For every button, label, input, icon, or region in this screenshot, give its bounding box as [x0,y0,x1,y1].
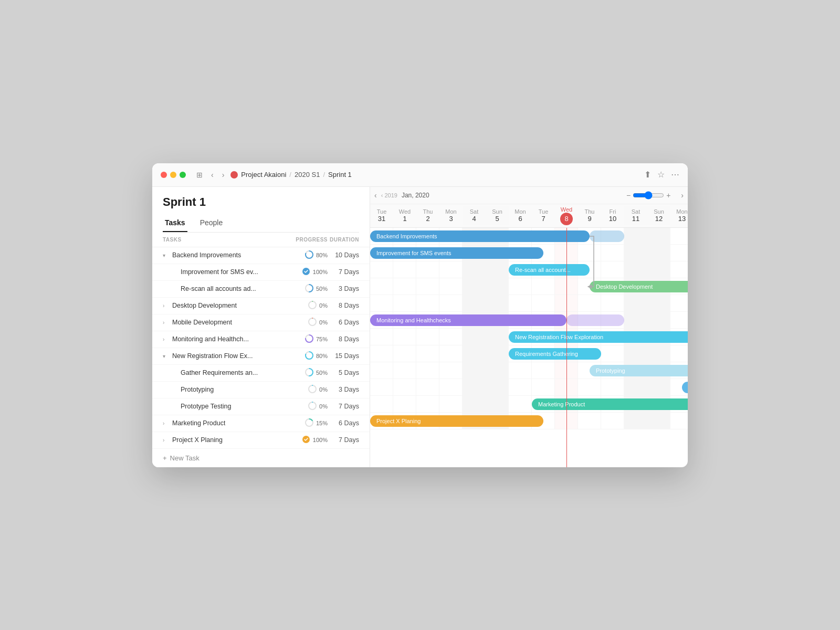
day-column: Tue31 [370,206,393,225]
titlebar: ⊞ ‹ › Project Akaioni / 2020 S1 / Sprint… [152,163,688,187]
progress-circle [305,284,313,294]
share-icon[interactable]: ⬆ [644,170,651,180]
gantt-cell [670,278,688,295]
gantt-cell [509,362,532,379]
zoom-slider[interactable] [633,191,664,200]
chevron-icon[interactable]: › [163,320,169,326]
gantt-grid-row [370,245,688,261]
task-row[interactable]: ›Mobile Development 0%6 Days [152,314,370,331]
progress-circle [305,250,313,260]
task-row[interactable]: Prototype Testing 0%7 Days [152,398,370,415]
forward-button[interactable]: › [220,170,227,180]
gantt-grid-row [370,396,688,413]
gantt-cell [370,245,393,261]
sprint-group[interactable]: 2020 S1 [295,171,320,178]
tab-tasks[interactable]: Tasks [163,214,187,232]
gantt-cell [624,261,647,278]
gantt-cell [647,261,670,278]
day-number: 9 [578,215,601,223]
gantt-cell [532,413,555,429]
close-button[interactable] [161,172,167,178]
gantt-cell [624,379,647,395]
progress-text: 50% [316,370,328,376]
duration-cell: 10 Days [328,251,359,259]
progress-circle [308,301,317,311]
task-row[interactable]: Improvement for SMS ev...100%7 Days [152,264,370,281]
gantt-cell [486,379,509,395]
progress-text: 0% [319,302,328,309]
gantt-cell [555,345,578,362]
progress-cell: 0% [286,301,328,311]
gantt-month-row: ‹ ‹ 2019 Jan, 2020 − + › [370,187,688,204]
new-task-button[interactable]: + New Task [152,449,370,467]
gantt-cell [670,295,688,311]
duration-cell: 5 Days [328,369,359,376]
task-row[interactable]: ▾New Registration Flow Ex... 80%15 Days [152,348,370,365]
chevron-icon[interactable]: ▾ [163,253,169,258]
task-row[interactable]: ›Marketing Product 15%6 Days [152,415,370,432]
gantt-cell [439,312,463,328]
chevron-icon[interactable]: › [163,421,169,426]
star-icon[interactable]: ☆ [657,170,665,180]
gantt-cell [439,228,463,244]
gantt-cell [463,278,486,295]
chevron-icon[interactable]: › [163,303,169,309]
chevron-icon[interactable]: › [163,437,169,443]
day-column: Sat11 [624,206,647,225]
task-name: Monitoring and Healthch... [172,335,249,343]
duration-cell: 8 Days [328,335,359,343]
gantt-cell [532,295,555,311]
gantt-cell [555,245,578,261]
duration-cell: 3 Days [328,285,359,292]
task-row[interactable]: Gather Requirements an... 50%5 Days [152,365,370,382]
gantt-cell [370,413,393,429]
gantt-cell [555,362,578,379]
gantt-cell [601,278,624,295]
task-row[interactable]: ›Monitoring and Healthch... 75%8 Days [152,331,370,348]
grid-icon[interactable]: ⊞ [196,171,203,179]
gantt-cell [416,228,439,244]
gantt-cell [647,295,670,311]
more-icon[interactable]: ⋯ [671,170,679,180]
day-column: Tue7 [532,206,555,225]
gantt-cell [624,245,647,261]
day-number: 31 [370,215,393,223]
chevron-icon[interactable]: ▾ [163,353,169,359]
zoom-out-icon[interactable]: − [626,191,631,200]
maximize-button[interactable] [180,172,186,178]
tab-people[interactable]: People [198,214,225,232]
gantt-cell [670,228,688,244]
day-number: 11 [624,215,647,223]
gantt-cell [555,413,578,429]
gantt-cell [463,362,486,379]
minimize-button[interactable] [170,172,176,178]
task-row[interactable]: ›Desktop Development 0%8 Days [152,298,370,314]
task-row[interactable]: ▾Backend Improvements 80%10 Days [152,247,370,264]
task-row[interactable]: Re-scan all accounts ad... 50%3 Days [152,281,370,298]
back-button[interactable]: ‹ [209,170,216,180]
gantt-cell [393,362,416,379]
svg-point-17 [309,402,316,410]
chevron-icon[interactable]: › [163,337,169,342]
gantt-cell [486,413,509,429]
duration-cell: 3 Days [328,386,359,393]
gantt-cell [555,261,578,278]
gantt-cell [601,413,624,429]
task-name: Re-scan all accounts ad... [181,285,256,292]
gantt-cell [601,362,624,379]
gantt-next-button[interactable]: › [677,189,688,202]
gantt-cell [555,295,578,311]
zoom-in-icon[interactable]: + [666,191,670,200]
gantt-cell [647,228,670,244]
gantt-cell [509,379,532,395]
day-name: Thu [578,208,601,215]
project-name[interactable]: Project Akaioni [241,171,286,178]
gantt-cell [509,329,532,345]
gantt-cell [532,379,555,395]
day-name: Sat [463,208,486,215]
task-row[interactable]: Prototyping 0%3 Days [152,382,370,398]
task-row[interactable]: ›Project X Planing100%7 Days [152,432,370,449]
gantt-cell [578,312,601,328]
gantt-prev-button[interactable]: ‹ [370,189,381,202]
gantt-cell [439,245,463,261]
